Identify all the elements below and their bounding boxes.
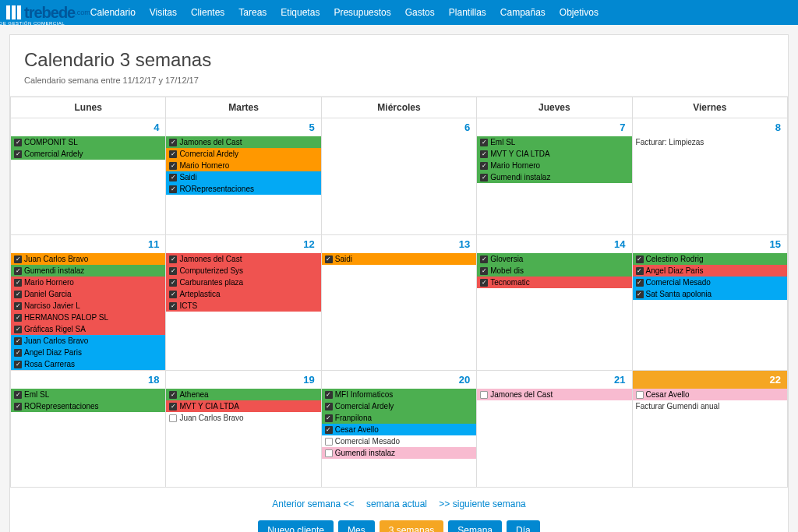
day-number[interactable]: 12 <box>166 235 320 253</box>
calendar-event[interactable]: ✓Jamones del Cast <box>166 253 320 265</box>
day-number[interactable]: 20 <box>322 371 476 389</box>
calendar-event[interactable]: ✓Comercial Mesado <box>633 277 787 288</box>
check-icon[interactable]: ✓ <box>169 174 177 181</box>
calendar-event[interactable]: ✓Eml SL <box>477 136 631 148</box>
day-cell[interactable]: 6 <box>321 118 476 235</box>
check-icon[interactable]: ✓ <box>480 139 488 146</box>
nav-item-etiquetas[interactable]: Etiquetas <box>281 7 320 18</box>
check-icon[interactable]: ✓ <box>169 255 177 263</box>
check-icon[interactable]: ✓ <box>480 255 488 263</box>
calendar-event[interactable]: ✓Gloversia <box>477 253 631 265</box>
calendar-event[interactable]: ✓MVT Y CIA LTDA <box>166 400 320 412</box>
calendar-event[interactable]: ✓Angel Diaz Paris <box>633 265 787 277</box>
calendar-event[interactable]: ✓MFI Informaticos <box>322 389 476 400</box>
check-icon[interactable]: ✓ <box>636 255 644 263</box>
unchecked-icon[interactable] <box>480 391 488 399</box>
calendar-event[interactable]: ✓Sat Santa apolonia <box>633 288 787 300</box>
check-icon[interactable]: ✓ <box>14 326 22 333</box>
check-icon[interactable]: ✓ <box>14 255 22 263</box>
day-number[interactable]: 4 <box>11 118 165 136</box>
check-icon[interactable]: ✓ <box>169 403 177 410</box>
check-icon[interactable]: ✓ <box>480 279 488 287</box>
calendar-event[interactable]: Facturar Gumendi anual <box>633 400 787 412</box>
day-cell[interactable]: 7✓Eml SL✓MVT Y CIA LTDA✓Mario Hornero✓Gu… <box>477 118 632 235</box>
day-cell[interactable]: 12✓Jamones del Cast✓Computerized Sys✓Car… <box>166 235 321 371</box>
calendar-event[interactable]: ✓Franpilona <box>322 412 476 424</box>
day-number[interactable]: 5 <box>166 118 320 136</box>
calendar-event[interactable]: ✓Rosa Carreras <box>11 358 165 370</box>
nav-item-clientes[interactable]: Clientes <box>191 7 224 18</box>
unchecked-icon[interactable] <box>325 438 333 446</box>
brand-logo[interactable]: trebede .com PROGRAMA DE GESTIÓN COMERCI… <box>6 4 90 22</box>
calendar-event[interactable]: ✓Tecnomatic <box>477 277 631 288</box>
day-cell[interactable]: 4✓COMPONIT SL✓Comercial Ardely <box>11 118 166 235</box>
unchecked-icon[interactable] <box>169 414 177 422</box>
check-icon[interactable]: ✓ <box>169 302 177 310</box>
day-number[interactable]: 19 <box>166 371 320 389</box>
view-btn-3-semanas[interactable]: 3 semanas <box>380 520 444 532</box>
calendar-event[interactable]: ✓Gumendi instalaz <box>11 265 165 277</box>
calendar-event[interactable]: ✓Juan Carlos Bravo <box>11 253 165 265</box>
calendar-event[interactable]: ✓Angel Diaz Paris <box>11 347 165 358</box>
unchecked-icon[interactable] <box>325 449 333 457</box>
day-number[interactable]: 21 <box>477 371 631 389</box>
check-icon[interactable]: ✓ <box>480 162 488 170</box>
day-number[interactable]: 22 <box>633 371 787 389</box>
calendar-event[interactable]: ✓Mario Hornero <box>477 160 631 171</box>
day-cell[interactable]: 5✓Jamones del Cast✓Comercial Ardely✓Mari… <box>166 118 321 235</box>
calendar-event[interactable]: ✓Celestino Rodrig <box>633 253 787 265</box>
calendar-event[interactable]: ✓Mario Hornero <box>166 160 320 171</box>
calendar-event[interactable]: ✓Computerized Sys <box>166 265 320 277</box>
nav-item-calendario[interactable]: Calendario <box>90 7 136 18</box>
calendar-event[interactable]: ✓Arteplastica <box>166 288 320 300</box>
day-number[interactable]: 7 <box>477 118 631 136</box>
check-icon[interactable]: ✓ <box>636 291 644 298</box>
nav-item-plantillas[interactable]: Plantillas <box>449 7 486 18</box>
calendar-event[interactable]: ✓Mario Hornero <box>11 277 165 288</box>
check-icon[interactable]: ✓ <box>169 279 177 287</box>
calendar-event[interactable]: Cesar Avello <box>633 389 787 400</box>
calendar-event[interactable]: ✓Athenea <box>166 389 320 400</box>
current-week-link[interactable]: semana actual <box>366 499 427 509</box>
nav-item-presupuestos[interactable]: Presupuestos <box>334 7 390 18</box>
day-cell[interactable]: 8Facturar: Limpiezas <box>632 118 787 235</box>
prev-week-link[interactable]: Anterior semana << <box>272 499 354 509</box>
unchecked-icon[interactable] <box>636 391 644 399</box>
check-icon[interactable]: ✓ <box>169 150 177 158</box>
day-cell[interactable]: 13✓Saidi <box>321 235 476 371</box>
calendar-event[interactable]: ✓Comercial Ardely <box>11 148 165 160</box>
calendar-event[interactable]: ✓Carburantes plaza <box>166 277 320 288</box>
day-number[interactable]: 18 <box>11 371 165 389</box>
nav-item-objetivos[interactable]: Objetivos <box>560 7 598 18</box>
check-icon[interactable]: ✓ <box>169 185 177 193</box>
check-icon[interactable]: ✓ <box>14 361 22 368</box>
check-icon[interactable]: ✓ <box>480 267 488 275</box>
calendar-event[interactable]: ✓HERMANOS PALOP SL <box>11 312 165 323</box>
day-number[interactable]: 13 <box>322 235 476 253</box>
check-icon[interactable]: ✓ <box>480 174 488 181</box>
view-btn-semana[interactable]: Semana <box>448 520 502 532</box>
check-icon[interactable]: ✓ <box>14 391 22 399</box>
calendar-event[interactable]: ✓Cesar Avello <box>322 424 476 435</box>
day-cell[interactable]: 22Cesar AvelloFacturar Gumendi anual <box>632 371 787 488</box>
calendar-event[interactable]: ✓Saidi <box>166 171 320 183</box>
calendar-event[interactable]: ✓Juan Carlos Bravo <box>11 335 165 347</box>
calendar-event[interactable]: ✓Jamones del Cast <box>166 136 320 148</box>
check-icon[interactable]: ✓ <box>325 255 333 263</box>
calendar-event[interactable]: Facturar: Limpiezas <box>633 136 787 148</box>
check-icon[interactable]: ✓ <box>169 267 177 275</box>
check-icon[interactable]: ✓ <box>169 139 177 146</box>
day-number[interactable]: 6 <box>322 118 476 136</box>
day-cell[interactable]: 21Jamones del Cast <box>477 371 632 488</box>
check-icon[interactable]: ✓ <box>636 279 644 287</box>
check-icon[interactable]: ✓ <box>14 403 22 410</box>
day-number[interactable]: 15 <box>633 235 787 253</box>
check-icon[interactable]: ✓ <box>169 391 177 399</box>
day-number[interactable]: 14 <box>477 235 631 253</box>
day-number[interactable]: 8 <box>633 118 787 136</box>
view-btn-nuevo-cliente[interactable]: Nuevo cliente <box>258 520 334 532</box>
view-btn-mes[interactable]: Mes <box>338 520 375 532</box>
calendar-event[interactable]: ✓Daniel Garcia <box>11 288 165 300</box>
calendar-event[interactable]: ✓Gumendi instalaz <box>477 171 631 183</box>
check-icon[interactable]: ✓ <box>325 414 333 422</box>
